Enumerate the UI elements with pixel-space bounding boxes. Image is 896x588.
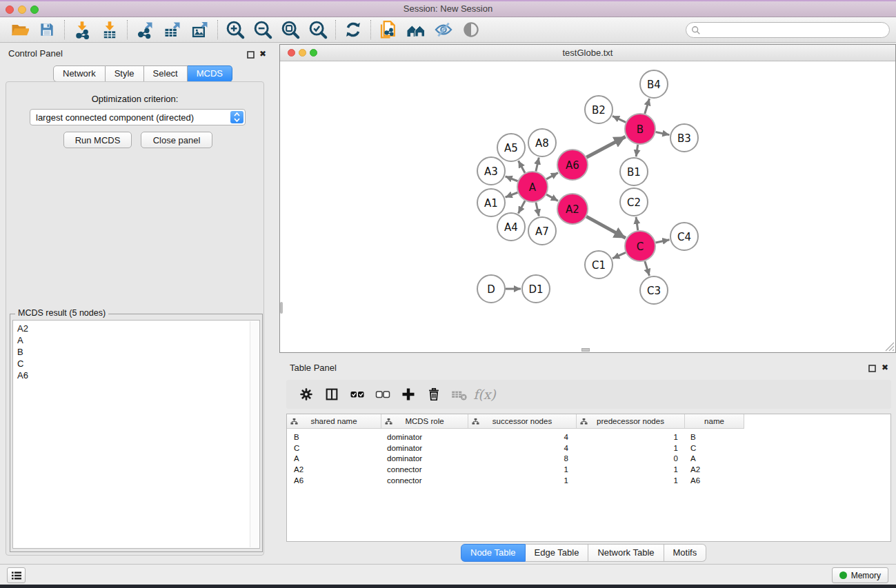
graph-edge-A-A2[interactable] xyxy=(546,194,558,201)
resize-grip-icon[interactable] xyxy=(885,342,895,352)
memory-button[interactable]: Memory xyxy=(832,567,888,583)
graph-node-A6[interactable]: A6 xyxy=(557,150,588,180)
gear-icon[interactable] xyxy=(293,383,319,405)
graph-node-A4[interactable]: A4 xyxy=(497,213,525,241)
result-scrollbar[interactable] xyxy=(250,321,259,547)
deselect-all-icon[interactable] xyxy=(370,383,395,405)
network-minimize-icon[interactable] xyxy=(299,49,306,57)
graph-node-C[interactable]: C xyxy=(625,231,655,261)
graph-node-C2[interactable]: C2 xyxy=(620,188,648,216)
graph-node-A8[interactable]: A8 xyxy=(528,129,556,156)
tab-node-table[interactable]: Node Table xyxy=(461,544,526,562)
table-row[interactable]: Cdominator41C xyxy=(287,443,890,454)
graph-edge-A-A4[interactable] xyxy=(518,201,525,213)
search-text-field[interactable] xyxy=(701,24,889,37)
graph-node-B[interactable]: B xyxy=(625,114,655,144)
graph-edge-A6-B[interactable] xyxy=(586,136,625,157)
export-image-icon[interactable] xyxy=(186,19,214,41)
zoom-in-icon[interactable] xyxy=(221,19,249,41)
network-zoom-icon[interactable] xyxy=(310,49,317,57)
column-view-icon[interactable] xyxy=(319,383,344,405)
graph-edge-A-A8[interactable] xyxy=(536,157,539,171)
column-header-successor-nodes[interactable]: successor nodes xyxy=(468,414,577,428)
table-float-panel-icon[interactable] xyxy=(866,363,877,374)
show-panels-button[interactable] xyxy=(7,567,26,583)
graph-edge-B-B1[interactable] xyxy=(636,145,638,156)
save-icon[interactable] xyxy=(33,19,61,41)
graph-node-A5[interactable]: A5 xyxy=(497,134,525,161)
table-row[interactable]: Adominator80A xyxy=(287,454,890,465)
horizontal-scrollbar-thumb[interactable] xyxy=(581,348,590,352)
vertical-scrollbar-thumb[interactable] xyxy=(280,302,283,314)
zoom-window-icon[interactable] xyxy=(30,6,39,14)
tab-mcds[interactable]: MCDS xyxy=(188,65,232,82)
delete-icon[interactable] xyxy=(421,383,446,405)
select-all-icon[interactable] xyxy=(344,383,370,405)
close-window-icon[interactable] xyxy=(6,6,14,14)
zoom-out-icon[interactable] xyxy=(249,19,277,41)
graph-node-C4[interactable]: C4 xyxy=(670,223,698,250)
float-panel-icon[interactable] xyxy=(245,49,256,60)
graph-edge-B-B4[interactable] xyxy=(645,99,650,114)
graph-edge-A-A3[interactable] xyxy=(506,176,518,181)
zoom-fit-icon[interactable] xyxy=(277,19,304,41)
graph-edge-C-C1[interactable] xyxy=(613,252,626,258)
dropdown-arrows-icon[interactable] xyxy=(230,111,243,123)
function-builder-icon[interactable]: f(x) xyxy=(472,383,497,405)
graph-edge-B-B3[interactable] xyxy=(656,132,670,135)
add-column-icon[interactable] xyxy=(395,383,421,405)
graph-edge-A-A5[interactable] xyxy=(519,161,526,172)
refresh-layout-icon[interactable] xyxy=(339,19,367,41)
column-header-MCDS-role[interactable]: MCDS role xyxy=(381,414,468,428)
list-item[interactable]: A6 xyxy=(13,369,259,381)
minimize-window-icon[interactable] xyxy=(18,6,26,14)
eye-icon[interactable] xyxy=(457,19,485,41)
homes-icon[interactable] xyxy=(402,19,430,41)
open-folder-icon[interactable] xyxy=(6,19,33,41)
mcds-result-list[interactable]: A2ABCA6 xyxy=(12,320,260,549)
optimization-dropdown[interactable]: largest connected component (directed) xyxy=(30,109,246,125)
graph-node-A2[interactable]: A2 xyxy=(557,194,588,224)
export-table-icon[interactable] xyxy=(159,19,186,41)
graph-node-A1[interactable]: A1 xyxy=(477,189,505,216)
graph-edge-A-A1[interactable] xyxy=(506,192,518,197)
column-header-shared-name[interactable]: shared name xyxy=(287,414,381,428)
import-table-icon[interactable] xyxy=(96,19,123,41)
import-network-icon[interactable] xyxy=(68,19,96,41)
zoom-selected-icon[interactable] xyxy=(304,19,332,41)
tab-network-table[interactable]: Network Table xyxy=(588,544,664,562)
list-item[interactable]: A xyxy=(13,334,259,346)
tab-motifs[interactable]: Motifs xyxy=(664,544,707,562)
close-panel-icon[interactable]: ✖ xyxy=(257,48,268,59)
network-close-icon[interactable] xyxy=(288,49,295,57)
graph-node-C1[interactable]: C1 xyxy=(585,251,613,278)
table-row[interactable]: A6connector11A6 xyxy=(287,475,890,486)
graph-edge-C-C3[interactable] xyxy=(645,261,650,276)
graph-node-A7[interactable]: A7 xyxy=(528,217,556,245)
table-close-panel-icon[interactable]: ✖ xyxy=(879,362,890,373)
graph-node-A[interactable]: A xyxy=(517,172,548,202)
tab-style[interactable]: Style xyxy=(106,65,144,82)
graph-edge-A-A6[interactable] xyxy=(546,173,558,179)
graph-node-D1[interactable]: D1 xyxy=(522,275,550,303)
run-mcds-button[interactable]: Run MCDS xyxy=(63,132,132,148)
graph-node-B2[interactable]: B2 xyxy=(585,96,613,123)
graph-edge-A2-C[interactable] xyxy=(586,216,626,238)
graph-node-B3[interactable]: B3 xyxy=(670,124,698,152)
column-header-name[interactable]: name xyxy=(685,414,744,428)
graph-edge-C-C2[interactable] xyxy=(636,217,638,230)
tab-select[interactable]: Select xyxy=(144,65,188,82)
search-input[interactable] xyxy=(686,22,890,38)
delete-table-icon[interactable] xyxy=(446,383,472,405)
column-header-predecessor-nodes[interactable]: predecessor nodes xyxy=(577,414,685,428)
list-item[interactable]: B xyxy=(13,346,259,358)
graph-node-D[interactable]: D xyxy=(477,275,505,303)
close-panel-button[interactable]: Close panel xyxy=(141,132,212,148)
graph-edge-C-C4[interactable] xyxy=(655,240,669,243)
graph-edge-A-A7[interactable] xyxy=(536,202,539,216)
table-row[interactable]: A2connector11A2 xyxy=(287,464,890,475)
graph-node-A3[interactable]: A3 xyxy=(477,157,505,185)
table-row[interactable]: Bdominator41B xyxy=(287,432,890,443)
eye-slash-icon[interactable] xyxy=(430,19,457,41)
graph-node-B1[interactable]: B1 xyxy=(620,158,648,185)
